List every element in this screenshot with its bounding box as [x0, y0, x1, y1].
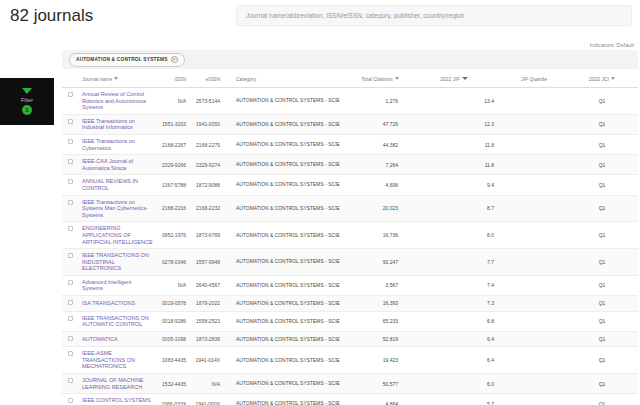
- journal-name-link[interactable]: IEEE Transactions on Cybernetics: [82, 138, 158, 151]
- category-cell: AUTOMATION & CONTROL SYSTEMS - SCIE: [226, 142, 354, 147]
- search-input[interactable]: [236, 5, 632, 26]
- eissn-cell: 2168-2275: [192, 142, 226, 148]
- row-checkbox[interactable]: [68, 336, 73, 341]
- row-checkbox[interactable]: [68, 300, 73, 305]
- jif-cell: 13.4: [406, 98, 502, 104]
- jif-cell: 7.7: [406, 259, 502, 265]
- jci-quartile-cell: Q1: [566, 98, 638, 104]
- category-cell: AUTOMATION & CONTROL SYSTEMS - SCIE: [226, 162, 354, 167]
- row-checkbox[interactable]: [68, 139, 73, 144]
- journal-name-link[interactable]: Annual Review of Control Robotics and Au…: [82, 91, 158, 111]
- total-citations-cell: 90,247: [354, 259, 406, 265]
- journal-name-link[interactable]: IEEE TRANSACTIONS ON AUTOMATIC CONTROL: [82, 315, 158, 328]
- issn-cell: 0005-1098: [158, 336, 192, 342]
- jci-quartile-cell: Q1: [566, 142, 638, 148]
- row-checkbox[interactable]: [68, 316, 73, 321]
- category-cell: AUTOMATION & CONTROL SYSTEMS - SCIE: [226, 358, 354, 363]
- column-header-citations[interactable]: Total Citations: [354, 76, 406, 82]
- sort-caret-icon: [114, 77, 118, 80]
- category-cell: AUTOMATION & CONTROL SYSTEMS - SCIE: [226, 319, 354, 324]
- issn-cell: 1083-4435: [158, 357, 192, 363]
- filter-chip-label: AUTOMATION & CONTROL SYSTEMS: [76, 57, 168, 62]
- eissn-cell: 1558-2523: [192, 318, 226, 324]
- column-header-jci[interactable]: 2022 JCI: [566, 76, 638, 82]
- jif-cell: 6.4: [406, 336, 502, 342]
- row-checkbox[interactable]: [68, 253, 73, 258]
- eissn-cell: 2329-9274: [192, 162, 226, 168]
- total-citations-cell: 47,726: [354, 121, 406, 127]
- row-checkbox[interactable]: [68, 378, 73, 383]
- filter-chip-automation-control-systems[interactable]: AUTOMATION & CONTROL SYSTEMS ✕: [69, 53, 185, 67]
- column-header-name[interactable]: Journal name: [82, 76, 158, 82]
- table-row: IEEE TRANSACTIONS ON INDUSTRIAL ELECTRON…: [62, 249, 638, 276]
- column-header-label: ISSN: [174, 76, 186, 82]
- journal-name-link[interactable]: ANNUAL REVIEWS IN CONTROL: [82, 178, 158, 191]
- journal-name-link[interactable]: IEEE TRANSACTIONS ON INDUSTRIAL ELECTRON…: [82, 252, 158, 272]
- row-checkbox[interactable]: [68, 398, 73, 403]
- table-row: ANNUAL REVIEWS IN CONTROL 1367-5788 1872…: [62, 175, 638, 195]
- category-cell: AUTOMATION & CONTROL SYSTEMS - SCIE: [226, 233, 354, 238]
- row-checkbox[interactable]: [68, 351, 73, 356]
- column-header-label: eISSN: [206, 76, 220, 82]
- journal-table-body: Annual Review of Control Robotics and Au…: [62, 88, 638, 405]
- table-row: IEEE Transactions on Cybernetics 2168-22…: [62, 135, 638, 155]
- row-checkbox[interactable]: [68, 92, 73, 97]
- remove-filter-icon[interactable]: ✕: [171, 56, 178, 63]
- row-checkbox[interactable]: [68, 179, 73, 184]
- jif-cell: 8.7: [406, 205, 502, 211]
- category-cell: AUTOMATION & CONTROL SYSTEMS - SCIE: [226, 206, 354, 211]
- jci-quartile-cell: Q1: [566, 121, 638, 127]
- table-row: IEEE-ASME TRANSACTIONS ON MECHATRONICS 1…: [62, 347, 638, 374]
- total-citations-cell: 3,567: [354, 282, 406, 288]
- jif-cell: 11.8: [406, 142, 502, 148]
- filter-panel-button[interactable]: Filter 1: [0, 78, 54, 125]
- issn-cell: 2168-2216: [158, 205, 192, 211]
- category-cell: AUTOMATION & CONTROL SYSTEMS - SCIE: [226, 337, 354, 342]
- journal-name-link[interactable]: IEEE-CAA Journal of Automatica Sinica: [82, 158, 158, 171]
- issn-cell: 1066-033X: [158, 401, 192, 405]
- total-citations-cell: 19,423: [354, 357, 406, 363]
- indicators-selector[interactable]: Indicators: Default: [590, 42, 634, 48]
- total-citations-cell: 50,577: [354, 381, 406, 387]
- jif-cell: 9.4: [406, 182, 502, 188]
- journal-name-link[interactable]: AUTOMATICA: [82, 336, 158, 343]
- eissn-cell: 2573-5144: [192, 98, 226, 104]
- journal-name-link[interactable]: IEEE Transactions on Industrial Informat…: [82, 118, 158, 131]
- column-header-label: JIF Quartile: [521, 76, 547, 82]
- jif-cell: 6.4: [406, 357, 502, 363]
- journal-name-link[interactable]: Advanced Intelligent Systems: [82, 279, 158, 292]
- table-row: IEEE Transactions on Systems Man Cyberne…: [62, 196, 638, 223]
- column-header-jif[interactable]: 2022 JIF: [406, 76, 502, 82]
- journal-table: Journal nameISSNeISSNCategoryTotal Citat…: [62, 70, 638, 405]
- table-row: IEEE Transactions on Industrial Informat…: [62, 115, 638, 135]
- sort-caret-icon: [395, 77, 399, 80]
- journal-name-link[interactable]: ENGINEERING APPLICATIONS OF ARTIFICIAL I…: [82, 225, 158, 245]
- row-checkbox[interactable]: [68, 200, 73, 205]
- row-checkbox[interactable]: [68, 119, 73, 124]
- table-row: Advanced Intelligent Systems N/A 2640-45…: [62, 276, 638, 296]
- jci-quartile-cell: Q1: [566, 232, 638, 238]
- journal-name-link[interactable]: IEEE CONTROL SYSTEMS MAGAZINE: [82, 397, 158, 405]
- jif-cell: 8.0: [406, 232, 502, 238]
- page-title: 82 journals: [10, 6, 93, 26]
- issn-cell: 2329-9266: [158, 162, 192, 168]
- issn-cell: N/A: [158, 98, 192, 104]
- column-header-label: 2022 JIF: [440, 76, 459, 82]
- eissn-cell: 1557-9948: [192, 259, 226, 265]
- jci-quartile-cell: Q1: [566, 357, 638, 363]
- sort-caret-icon: [462, 77, 468, 80]
- row-checkbox[interactable]: [68, 159, 73, 164]
- total-citations-cell: 4,864: [354, 401, 406, 405]
- jif-cell: 7.4: [406, 282, 502, 288]
- column-header-jif_quartile: JIF Quartile: [502, 76, 566, 82]
- jci-quartile-cell: Q1: [566, 381, 638, 387]
- jci-quartile-cell: Q1: [566, 259, 638, 265]
- row-checkbox[interactable]: [68, 280, 73, 285]
- journal-name-link[interactable]: IEEE-ASME TRANSACTIONS ON MECHATRONICS: [82, 350, 158, 370]
- table-row: Annual Review of Control Robotics and Au…: [62, 88, 638, 115]
- eissn-cell: 1873-6769: [192, 232, 226, 238]
- journal-name-link[interactable]: IEEE Transactions on Systems Man Cyberne…: [82, 199, 158, 219]
- row-checkbox[interactable]: [68, 226, 73, 231]
- journal-name-link[interactable]: ISA TRANSACTIONS: [82, 300, 158, 307]
- journal-name-link[interactable]: JOURNAL OF MACHINE LEARNING RESEARCH: [82, 377, 158, 390]
